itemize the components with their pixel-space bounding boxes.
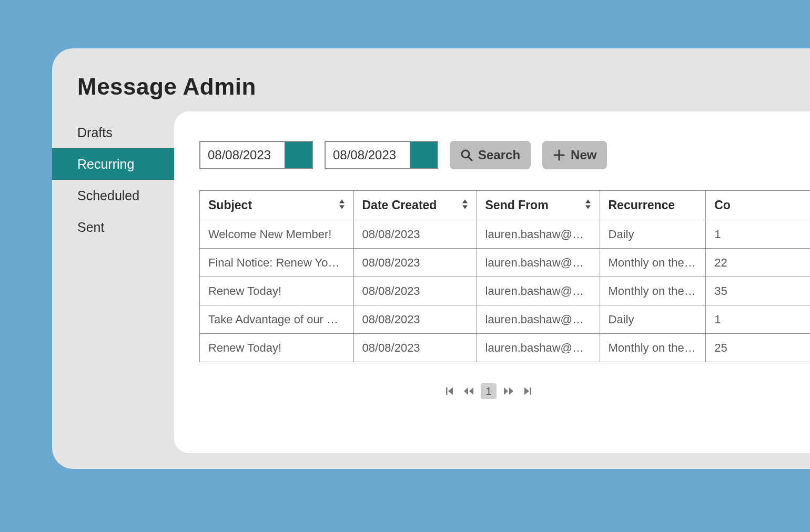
- svg-rect-10: [446, 387, 448, 395]
- pager: 1: [199, 383, 778, 399]
- svg-line-1: [468, 157, 472, 160]
- svg-rect-17: [530, 387, 532, 395]
- sidebar-item-scheduled[interactable]: Scheduled: [52, 180, 174, 211]
- app-card: Message Admin Drafts Recurring Scheduled…: [52, 48, 810, 469]
- svg-marker-12: [464, 387, 468, 395]
- date-from-input[interactable]: [200, 142, 285, 168]
- cell-count: 25: [706, 334, 810, 362]
- col-header-recurrence[interactable]: Recurrence: [600, 191, 706, 220]
- cell-date: 08/08/2023: [353, 277, 477, 305]
- cell-subject: Final Notice: Renew Your Mem...: [200, 249, 354, 277]
- col-header-subject[interactable]: Subject: [200, 191, 354, 220]
- col-header-label: Subject: [208, 198, 252, 212]
- date-from-field[interactable]: [199, 141, 313, 169]
- sidebar-item-drafts[interactable]: Drafts: [52, 117, 174, 148]
- plus-icon: [553, 149, 565, 161]
- table-row[interactable]: Welcome New Member! 08/08/2023 lauren.ba…: [200, 220, 811, 249]
- sidebar-item-label: Sent: [77, 220, 104, 235]
- svg-marker-11: [448, 387, 453, 395]
- svg-marker-8: [585, 199, 591, 203]
- content-panel: Search New Subject: [174, 111, 810, 453]
- svg-marker-7: [462, 205, 468, 209]
- cell-subject: Take Advantage of our Netwo...: [200, 305, 354, 334]
- new-button-label: New: [571, 148, 596, 162]
- date-to-input[interactable]: [326, 142, 410, 168]
- svg-marker-16: [524, 387, 529, 395]
- sort-icon: [584, 198, 592, 212]
- col-header-label: Send From: [485, 198, 549, 212]
- search-button-label: Search: [478, 148, 520, 162]
- search-icon: [460, 149, 473, 161]
- toolbar: Search New: [199, 141, 810, 169]
- sort-icon: [338, 198, 346, 212]
- date-from-picker-button[interactable]: [285, 142, 312, 168]
- col-header-label: Recurrence: [609, 198, 675, 212]
- cell-count: 35: [706, 277, 810, 305]
- table-row[interactable]: Final Notice: Renew Your Mem... 08/08/20…: [200, 249, 811, 277]
- date-to-field[interactable]: [325, 141, 438, 169]
- cell-recurrence: Monthly on the 10th: [600, 277, 706, 305]
- cell-date: 08/08/2023: [353, 220, 477, 249]
- svg-marker-5: [339, 205, 345, 209]
- date-to-picker-button[interactable]: [410, 142, 437, 168]
- cell-subject: Welcome New Member!: [200, 220, 354, 249]
- search-button[interactable]: Search: [450, 141, 531, 169]
- svg-marker-15: [509, 387, 513, 395]
- page-title: Message Admin: [77, 74, 256, 100]
- messages-table-wrap: Subject Date Created Send From Recu: [199, 190, 778, 362]
- svg-marker-6: [462, 199, 468, 203]
- col-header-count[interactable]: Co: [706, 191, 810, 220]
- cell-subject: Renew Today!: [200, 334, 354, 362]
- svg-marker-9: [585, 205, 591, 209]
- pager-page-number[interactable]: 1: [481, 383, 497, 399]
- sidebar: Drafts Recurring Scheduled Sent: [52, 117, 174, 243]
- svg-marker-4: [339, 199, 345, 203]
- col-header-label: Co: [714, 198, 731, 212]
- cell-from: lauren.bashaw@weblin...: [477, 277, 600, 305]
- col-header-label: Date Created: [362, 198, 437, 212]
- cell-count: 1: [706, 305, 810, 334]
- svg-marker-14: [504, 387, 508, 395]
- table-row[interactable]: Renew Today! 08/08/2023 lauren.bashaw@we…: [200, 277, 811, 305]
- cell-date: 08/08/2023: [353, 334, 477, 362]
- pager-next-icon[interactable]: [501, 385, 517, 397]
- col-header-send-from[interactable]: Send From: [477, 191, 600, 220]
- pager-first-icon[interactable]: [443, 385, 457, 397]
- cell-from: lauren.bashaw@weblin...: [477, 220, 600, 249]
- new-button[interactable]: New: [542, 141, 607, 169]
- col-header-date-created[interactable]: Date Created: [353, 191, 477, 220]
- cell-count: 1: [706, 220, 810, 249]
- cell-recurrence: Daily: [600, 220, 706, 249]
- cell-recurrence: Monthly on the 15th: [600, 334, 706, 362]
- sidebar-item-label: Scheduled: [77, 188, 139, 203]
- cell-from: lauren.bashaw@weblin...: [477, 334, 600, 362]
- pager-prev-icon[interactable]: [461, 385, 477, 397]
- cell-from: lauren.bashaw@weblin...: [477, 305, 600, 334]
- table-row[interactable]: Renew Today! 08/08/2023 lauren.bashaw@we…: [200, 334, 811, 362]
- messages-table: Subject Date Created Send From Recu: [199, 190, 810, 362]
- sidebar-item-label: Drafts: [77, 125, 113, 140]
- sidebar-item-label: Recurring: [77, 157, 134, 172]
- cell-count: 22: [706, 249, 810, 277]
- table-row[interactable]: Take Advantage of our Netwo... 08/08/202…: [200, 305, 811, 334]
- svg-marker-13: [469, 387, 473, 395]
- pager-last-icon[interactable]: [521, 385, 534, 397]
- sidebar-item-recurring[interactable]: Recurring: [52, 148, 174, 180]
- sort-icon: [461, 198, 469, 212]
- cell-from: lauren.bashaw@weblin...: [477, 249, 600, 277]
- cell-date: 08/08/2023: [353, 305, 477, 334]
- cell-recurrence: Monthly on the 9th: [600, 249, 706, 277]
- sidebar-item-sent[interactable]: Sent: [52, 211, 174, 243]
- cell-subject: Renew Today!: [200, 277, 354, 305]
- cell-recurrence: Daily: [600, 305, 706, 334]
- cell-date: 08/08/2023: [353, 249, 477, 277]
